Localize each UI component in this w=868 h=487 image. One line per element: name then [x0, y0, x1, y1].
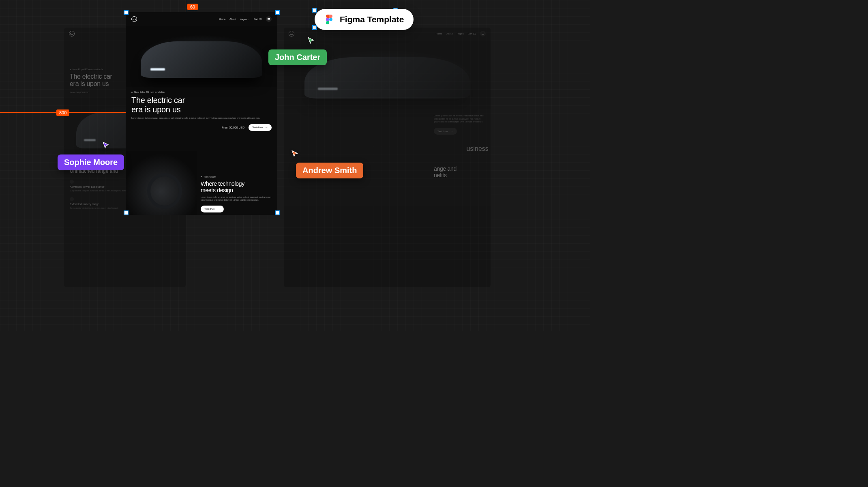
category-tab[interactable]: usiness	[467, 145, 489, 152]
nav-cart[interactable]: Cart (0)	[468, 32, 476, 35]
nav-links: Home About Pages ⌄ Cart (0)	[219, 16, 272, 22]
test-drive-button[interactable]: Test drive	[434, 128, 457, 135]
feature-icon	[70, 197, 74, 201]
measurement-label-left: 800	[56, 109, 69, 116]
hero-headline: The electric carera is upon us	[131, 96, 272, 114]
hero-body: Lorem ipsum dolor sit amet consectetur l…	[434, 114, 485, 124]
logo-icon	[289, 31, 294, 36]
selected-frame[interactable]: Home About Pages ⌄ Cart (0) New Edge R2 …	[126, 12, 277, 215]
test-drive-button[interactable]: Test drive	[201, 206, 224, 212]
nav-about[interactable]: About	[229, 18, 236, 20]
nav-pages[interactable]: Pages ⌄	[240, 18, 250, 21]
nav-links: Home About Pages Cart (0)	[436, 31, 486, 36]
background-frame-right: Home About Pages Cart (0) Lorem ipsum do…	[284, 28, 491, 287]
feature-icon	[70, 180, 74, 184]
right-headline: ange andnefits	[434, 165, 457, 178]
hero-body: Lorem ipsum dolor sit amet consectetur v…	[131, 117, 272, 120]
user-label-andrew[interactable]: Andrew Smith	[296, 163, 363, 178]
figma-canvas[interactable]: 60 800 New Edge R2 now available The ele…	[0, 0, 590, 331]
tech-headline: Where technologymeets design	[201, 180, 272, 193]
spacing-guide-vertical	[186, 0, 186, 12]
hero-tag: New Edge R2 now available	[131, 91, 277, 93]
hamburger-icon[interactable]	[266, 16, 272, 22]
hero-car-image	[126, 26, 277, 87]
figma-logo-icon	[324, 15, 334, 24]
badge-label: Figma Template	[340, 15, 404, 24]
site-nav: Home About Pages ⌄ Cart (0)	[126, 12, 277, 26]
hero-cta-row: From 50,000 USD Test drive	[126, 120, 277, 135]
test-drive-button[interactable]: Test drive	[249, 124, 272, 131]
hero-price: From 50,000 USD	[222, 126, 244, 129]
multiplayer-cursor-green	[307, 36, 315, 45]
logo-icon	[69, 31, 75, 36]
technology-section: Technology Where technologymeets design …	[126, 151, 277, 215]
nav-cart[interactable]: Cart (0)	[254, 18, 262, 20]
category-tabs: usiness Studio Organizatio	[467, 145, 491, 152]
nav-about[interactable]: About	[446, 32, 453, 35]
user-label-sophie[interactable]: Sophie Moore	[58, 154, 124, 170]
figma-template-badge[interactable]: Figma Template	[315, 9, 414, 30]
user-label-john[interactable]: John Carter	[268, 49, 327, 65]
chevron-down-icon: ⌄	[248, 18, 250, 21]
tech-body: Lorem ipsum dolor sit amet consectetur l…	[201, 196, 272, 202]
hamburger-icon[interactable]	[480, 31, 486, 36]
tech-tag: Technology	[201, 176, 272, 178]
nav-pages[interactable]: Pages	[457, 32, 464, 35]
logo-icon[interactable]	[131, 16, 137, 22]
steering-wheel-image	[126, 151, 197, 215]
measurement-label-top: 60	[187, 4, 198, 10]
nav-home[interactable]: Home	[436, 32, 442, 35]
multiplayer-cursor-orange	[291, 150, 299, 158]
multiplayer-cursor-purple	[102, 141, 110, 149]
nav-home[interactable]: Home	[219, 18, 225, 20]
